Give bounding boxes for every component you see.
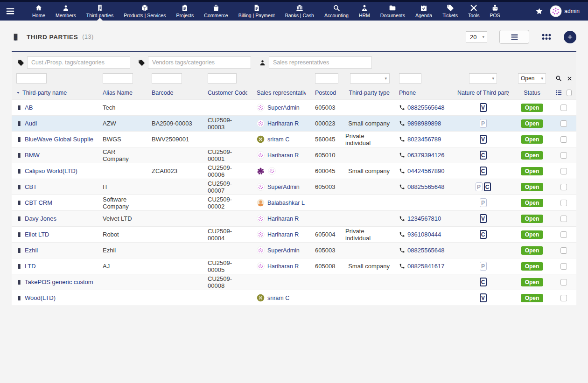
filter-input-customer-code[interactable] (208, 73, 237, 84)
nav-item-hrm[interactable]: HRM (354, 2, 375, 21)
clear-filters-icon[interactable] (567, 76, 572, 81)
third-party-name-link[interactable]: Davy Jones (25, 215, 56, 222)
row-checkbox[interactable] (560, 184, 567, 190)
nav-item-third-parties[interactable]: Third parties (81, 2, 119, 21)
column-header-nature-of-third-party[interactable]: Nature of Third party (457, 90, 509, 96)
phone-link[interactable]: 06379394126 (399, 152, 445, 159)
phone-link[interactable]: 8023456789 (399, 136, 441, 143)
third-party-name-link[interactable]: LTD (25, 263, 36, 270)
list-view-button[interactable] (499, 30, 529, 44)
phone-link[interactable]: 9898989898 (399, 120, 441, 127)
third-party-name-link[interactable]: CBT (25, 183, 37, 190)
column-header-status[interactable]: Status (524, 90, 540, 96)
select-fields-icon[interactable] (555, 89, 562, 96)
user-icon (259, 59, 266, 66)
nav-item-products-services[interactable]: Products | Services (119, 2, 171, 21)
filter-input-barcode[interactable] (152, 73, 182, 84)
vendors-tags-filter-input[interactable] (148, 56, 251, 69)
filter-input-postcode[interactable] (315, 73, 338, 84)
third-party-name-link[interactable]: BlueWave Global Suppliers (25, 136, 93, 143)
third-party-name-link[interactable]: AB (25, 104, 33, 111)
nav-item-commerce[interactable]: Commerce (199, 2, 233, 21)
column-header-third-party-type[interactable]: Third-party type (349, 90, 390, 96)
nav-item-home[interactable]: Home (27, 2, 50, 21)
third-party-name-link[interactable]: TakePOS generic customer (25, 279, 93, 286)
cust-prosp-tags-filter-input[interactable] (27, 56, 130, 69)
select-all-checkbox[interactable] (567, 90, 572, 96)
column-header-postcode[interactable]: Postcode (315, 90, 336, 96)
nav-item-members[interactable]: Members (50, 2, 81, 21)
third-party-name-link[interactable]: Eliot LTD (25, 231, 49, 238)
sales-rep-link[interactable]: sriram C (257, 294, 289, 302)
third-party-name-link[interactable]: Audi (25, 120, 37, 127)
search-icon[interactable] (555, 75, 562, 82)
third-party-name-link[interactable]: Ezhil (25, 247, 38, 254)
row-checkbox[interactable] (560, 295, 567, 301)
third-party-name-link[interactable]: Calipso World(LTD) (25, 167, 77, 174)
third-party-name-link[interactable]: CBT CRM (25, 199, 52, 206)
sales-rep-link[interactable]: Hariharan R (257, 119, 299, 127)
row-checkbox[interactable] (560, 200, 567, 206)
phone-link[interactable]: 04424567890 (399, 167, 445, 174)
third-party-name-link[interactable]: BMW (25, 152, 40, 159)
sales-rep-link[interactable]: Hariharan R (257, 151, 299, 159)
phone-link[interactable]: 08825841617 (399, 263, 445, 270)
nav-item-projects[interactable]: Projects (171, 2, 199, 21)
phone-link[interactable]: 08825565648 (399, 247, 445, 254)
sales-rep-link[interactable] (257, 167, 265, 175)
phone-link[interactable]: 08825565648 (399, 183, 445, 190)
sales-rep-link[interactable]: Balabashkar L (257, 199, 305, 207)
row-checkbox[interactable] (560, 152, 567, 159)
phone-link[interactable]: 1234567810 (399, 215, 441, 222)
third-party-type-cell (341, 100, 394, 115)
nav-item-tickets[interactable]: Tickets (437, 2, 463, 21)
column-header-alias-name[interactable]: Alias Name (103, 90, 133, 96)
row-checkbox[interactable] (560, 168, 567, 174)
filter-select-status[interactable]: Open▾ (518, 73, 546, 84)
row-checkbox[interactable] (560, 120, 567, 127)
nav-item-documents[interactable]: Documents (375, 2, 410, 21)
row-checkbox[interactable] (560, 231, 567, 238)
sales-rep-link[interactable]: Hariharan R (257, 262, 299, 270)
column-header-customer-code[interactable]: Customer Code (208, 90, 247, 96)
column-header-sales-representatives[interactable]: Sales representatives (257, 90, 306, 96)
nav-item-agenda[interactable]: Agenda (410, 2, 437, 21)
table-row: EzhilEzhilSuperAdmin60500308825565648Ope… (12, 242, 576, 258)
row-checkbox[interactable] (560, 136, 567, 143)
sales-rep-link[interactable] (268, 167, 276, 175)
sales-rep-link[interactable]: SuperAdmin (257, 246, 300, 254)
phone-link[interactable]: 9361080444 (399, 231, 441, 238)
nav-item-tools[interactable]: Tools (463, 2, 485, 21)
filter-input-third-party-name[interactable] (16, 73, 47, 84)
row-checkbox[interactable] (560, 247, 567, 254)
row-checkbox[interactable] (560, 216, 567, 222)
nav-item-billing-payment[interactable]: Billing | Payment (233, 2, 280, 21)
row-checkbox[interactable] (560, 104, 567, 111)
nav-item-banks-cash[interactable]: Banks | Cash (280, 2, 319, 21)
bookmark-star-icon[interactable] (535, 7, 543, 15)
row-checkbox[interactable] (560, 263, 567, 270)
hamburger-menu-icon[interactable] (0, 2, 21, 21)
row-checkbox[interactable] (560, 279, 567, 286)
column-header-phone[interactable]: Phone (399, 90, 416, 96)
filter-input-phone[interactable] (399, 73, 421, 84)
filter-input-alias-name[interactable] (103, 73, 133, 84)
page-size-select[interactable]: 20▾ (466, 31, 487, 42)
kanban-view-button[interactable] (541, 32, 552, 42)
sales-rep-link[interactable]: SuperAdmin (257, 183, 300, 191)
sales-representatives-filter-input[interactable] (269, 56, 372, 69)
third-party-name-link[interactable]: Wood(LTD) (25, 294, 56, 301)
filter-select-third-party-type[interactable]: ▾ (350, 73, 390, 84)
filter-select-nature-of-third-party[interactable]: ▾ (469, 73, 497, 84)
sales-rep-link[interactable]: Hariharan R (257, 230, 299, 238)
phone-link[interactable]: 08825565648 (399, 104, 445, 111)
nav-item-accounting[interactable]: Accounting (319, 2, 354, 21)
column-header-third-party-name[interactable]: Third-party name (22, 90, 67, 96)
nav-item-pos[interactable]: POS (485, 2, 505, 21)
sales-rep-link[interactable]: SuperAdmin (257, 104, 300, 111)
user-menu[interactable]: admin (550, 5, 580, 17)
sales-rep-link[interactable]: sriram C (257, 135, 289, 143)
column-header-barcode[interactable]: Barcode (152, 90, 174, 96)
add-third-party-button[interactable] (564, 31, 576, 43)
sales-rep-link[interactable]: Hariharan R (257, 215, 299, 223)
